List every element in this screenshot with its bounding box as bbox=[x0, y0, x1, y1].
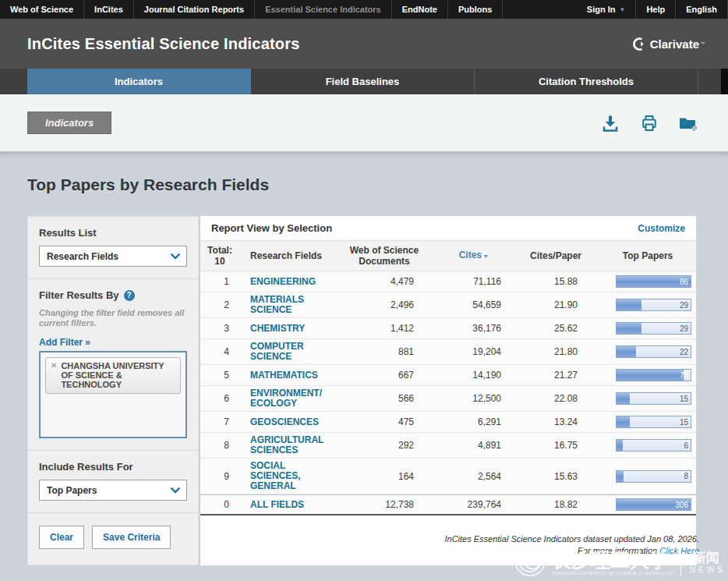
research-field-link[interactable]: ENGINEERING bbox=[250, 277, 316, 287]
cites-cell: 4,891 bbox=[434, 440, 512, 451]
tab[interactable]: Citation Thresholds bbox=[475, 69, 698, 94]
table-row: 2 MATERIALS SCIENCE 2,496 54,659 21.90 2… bbox=[200, 292, 696, 318]
results-list-select[interactable]: Research Fields bbox=[39, 246, 187, 267]
nav-item[interactable]: Sign In ▼ bbox=[577, 0, 637, 19]
bar-value: 6 bbox=[684, 440, 688, 451]
cites-cell: 14,190 bbox=[434, 370, 512, 381]
include-results-select[interactable]: Top Papers bbox=[39, 480, 187, 501]
nav-item[interactable]: EndNote ▼ bbox=[392, 0, 448, 19]
clear-button[interactable]: Clear bbox=[39, 526, 84, 549]
product-nav-bar: Web of Science ▼ InCites ▼ Journal Citat… bbox=[0, 0, 728, 19]
filter-results-label: Filter Results By bbox=[39, 289, 119, 301]
nav-item-label: Journal Citation Reports bbox=[144, 5, 244, 14]
tab-label: Citation Thresholds bbox=[539, 76, 634, 87]
filters-sidebar: Results List Research Fields Filter Resu… bbox=[27, 216, 199, 565]
click-here-link[interactable]: Click Here bbox=[659, 546, 699, 555]
clarivate-mark-icon bbox=[632, 37, 645, 51]
remove-filter-icon[interactable]: ✕ bbox=[51, 361, 57, 370]
bar-fill bbox=[617, 323, 641, 334]
cites-per-paper-cell: 15.88 bbox=[512, 276, 599, 287]
documents-cell: 566 bbox=[334, 393, 434, 404]
page-title: Top Papers by Research Fields bbox=[27, 152, 728, 216]
add-folder-icon[interactable] bbox=[678, 113, 698, 133]
top-papers-bar: 15 bbox=[616, 392, 691, 405]
research-field-link[interactable]: AGRICULTURAL SCIENCES bbox=[250, 435, 325, 455]
field-cell: ENGINEERING bbox=[239, 276, 334, 287]
results-list-value: Research Fields bbox=[47, 251, 118, 262]
nav-item-label: Help bbox=[646, 5, 665, 14]
add-filter-link[interactable]: Add Filter » bbox=[39, 337, 90, 348]
help-icon[interactable]: ? bbox=[124, 290, 135, 301]
nav-item[interactable]: Journal Citation Reports ▼ bbox=[134, 0, 255, 19]
cites-cell: 2,564 bbox=[434, 471, 512, 482]
save-criteria-button[interactable]: Save Criteria bbox=[92, 526, 171, 549]
nav-item[interactable]: Help ▼ bbox=[636, 0, 676, 19]
top-papers-cell: 6 bbox=[599, 439, 696, 452]
filter-chip[interactable]: ✕ CHANGSHA UNIVERSITY OF SCIENCE & TECHN… bbox=[45, 357, 181, 394]
nav-item[interactable]: English ▼ bbox=[676, 0, 728, 19]
field-cell: CHEMISTRY bbox=[239, 323, 334, 334]
product-nav-left: Web of Science ▼ InCites ▼ Journal Citat… bbox=[0, 0, 503, 19]
more-info-text: For more information bbox=[578, 546, 659, 555]
research-field-link[interactable]: SOCIAL SCIENCES, GENERAL bbox=[250, 461, 325, 491]
cites-per-paper-cell: 16.75 bbox=[512, 440, 599, 451]
research-field-link[interactable]: ENVIRONMENT/ECOLOGY bbox=[250, 388, 325, 409]
indicators-breadcrumb-button[interactable]: Indicators bbox=[27, 112, 111, 134]
cites-cell: 12,500 bbox=[434, 393, 512, 404]
nav-item[interactable]: Web of Science ▼ bbox=[0, 0, 84, 19]
sort-caret-icon: ▾ bbox=[484, 253, 487, 260]
top-papers-bar: 73 bbox=[616, 369, 691, 381]
customize-link[interactable]: Customize bbox=[638, 223, 685, 234]
tabbar-filler bbox=[698, 69, 721, 94]
bar-value: 22 bbox=[680, 346, 688, 357]
download-icon[interactable] bbox=[600, 113, 620, 133]
top-papers-bar: 29 bbox=[616, 299, 691, 311]
documents-cell: 164 bbox=[334, 471, 434, 482]
rank-cell: 0 bbox=[200, 499, 239, 510]
tab[interactable]: Indicators bbox=[27, 69, 251, 94]
top-papers-bar: 86 bbox=[616, 275, 691, 288]
bar-value: 29 bbox=[680, 299, 688, 310]
tabbar-spacer bbox=[0, 69, 27, 94]
filter-note: Changing the filter field removes all cu… bbox=[39, 308, 187, 328]
table-row: 3 CHEMISTRY 1,412 36,176 25.62 29 bbox=[200, 318, 696, 339]
field-cell: ALL FIELDS bbox=[239, 499, 334, 510]
rank-cell: 3 bbox=[200, 323, 239, 334]
field-cell: GEOSCIENCES bbox=[239, 416, 334, 427]
indicators-toolbar: Indicators bbox=[0, 94, 728, 152]
cites-per-paper-cell: 13.24 bbox=[512, 416, 599, 427]
field-cell: ENVIRONMENT/ECOLOGY bbox=[239, 388, 334, 409]
dataset-updated-text: InCites Essential Science Indicators dat… bbox=[444, 533, 699, 545]
research-field-link[interactable]: CHEMISTRY bbox=[250, 324, 305, 334]
rank-cell: 6 bbox=[200, 393, 239, 404]
bar-value: 306 bbox=[675, 499, 688, 510]
nav-item[interactable]: InCites ▼ bbox=[84, 0, 134, 19]
top-papers-cell: 86 bbox=[599, 275, 696, 288]
research-field-link[interactable]: ALL FIELDS bbox=[250, 500, 304, 510]
table-row: 8 AGRICULTURAL SCIENCES 292 4,891 16.75 … bbox=[200, 433, 696, 459]
column-header-cites-sort[interactable]: Cites ▾ bbox=[434, 250, 512, 262]
field-cell: SOCIAL SCIENCES, GENERAL bbox=[239, 461, 334, 491]
bar-fill bbox=[617, 416, 630, 427]
top-papers-bar: 15 bbox=[616, 416, 691, 428]
research-field-link[interactable]: GEOSCIENCES bbox=[250, 417, 319, 427]
results-list-label: Results List bbox=[39, 227, 187, 239]
documents-cell: 881 bbox=[334, 346, 434, 357]
tabs-container: Indicators Field Baselines Citation Thre… bbox=[27, 69, 698, 94]
print-icon[interactable] bbox=[639, 113, 659, 133]
research-field-link[interactable]: MATERIALS SCIENCE bbox=[250, 295, 325, 315]
research-field-link[interactable]: COMPUTER SCIENCE bbox=[250, 342, 325, 362]
nav-item[interactable]: Essential Science Indicators ▼ bbox=[255, 0, 392, 19]
nav-item-label: Essential Science Indicators bbox=[265, 5, 381, 14]
bar-value: 73 bbox=[680, 370, 688, 381]
chevron-down-icon bbox=[170, 253, 181, 260]
filter-section: Filter Results By ? Changing the filter … bbox=[28, 279, 198, 451]
trademark-symbol: ™ bbox=[700, 41, 705, 46]
nav-item-label: English bbox=[686, 5, 717, 14]
tab[interactable]: Field Baselines bbox=[251, 69, 475, 94]
table-row: 4 COMPUTER SCIENCE 881 19,204 21.80 22 bbox=[200, 339, 696, 365]
nav-item[interactable]: Publons ▼ bbox=[448, 0, 503, 19]
column-header-wos-documents: Web of Science Documents bbox=[334, 245, 434, 267]
research-field-link[interactable]: MATHEMATICS bbox=[250, 370, 318, 381]
bar-fill bbox=[617, 440, 623, 451]
